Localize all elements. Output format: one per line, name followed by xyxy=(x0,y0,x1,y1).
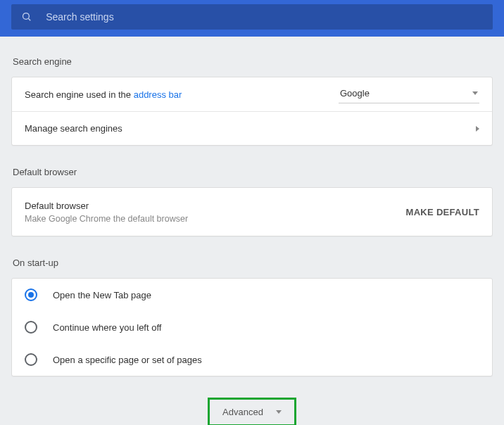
section-title-default-browser: Default browser xyxy=(13,167,493,177)
search-engine-select[interactable]: Google xyxy=(339,85,479,103)
search-settings-field[interactable] xyxy=(11,4,493,30)
startup-option-continue[interactable]: Continue where you left off xyxy=(12,311,492,343)
panel-default-browser: Default browser Make Google Chrome the d… xyxy=(11,187,493,236)
caret-down-icon xyxy=(276,410,282,414)
manage-search-engines-label: Manage search engines xyxy=(25,123,476,134)
section-title-startup: On start-up xyxy=(13,258,493,268)
caret-down-icon xyxy=(472,91,478,95)
address-bar-link[interactable]: address bar xyxy=(134,89,182,100)
search-engine-selected: Google xyxy=(340,88,370,99)
search-settings-input[interactable] xyxy=(46,11,483,23)
make-default-button[interactable]: MAKE DEFAULT xyxy=(406,207,479,217)
radio-icon[interactable] xyxy=(25,353,37,366)
advanced-section: Advanced xyxy=(11,398,493,425)
row-search-engine-used: Search engine used in the address bar Go… xyxy=(12,77,492,111)
svg-line-1 xyxy=(29,19,31,21)
search-engine-used-label: Search engine used in the address bar xyxy=(25,89,339,100)
svg-point-0 xyxy=(23,13,30,20)
default-browser-heading: Default browser xyxy=(25,201,392,211)
radio-icon[interactable] xyxy=(25,321,37,334)
startup-option-new-tab[interactable]: Open the New Tab page xyxy=(12,279,492,311)
row-default-browser: Default browser Make Google Chrome the d… xyxy=(12,188,492,236)
startup-option-specific-pages[interactable]: Open a specific page or set of pages xyxy=(12,343,492,376)
search-icon xyxy=(21,11,32,23)
row-manage-search-engines[interactable]: Manage search engines xyxy=(12,111,492,145)
chevron-right-icon xyxy=(476,126,479,132)
panel-startup: Open the New Tab page Continue where you… xyxy=(11,278,493,376)
panel-search-engine: Search engine used in the address bar Go… xyxy=(11,77,493,146)
header-bar xyxy=(0,0,504,37)
default-browser-sub: Make Google Chrome the default browser xyxy=(25,214,392,224)
radio-icon[interactable] xyxy=(25,288,37,301)
settings-content: Search engine Search engine used in the … xyxy=(0,37,504,425)
section-title-search-engine: Search engine xyxy=(13,56,493,67)
advanced-button[interactable]: Advanced xyxy=(208,398,296,425)
